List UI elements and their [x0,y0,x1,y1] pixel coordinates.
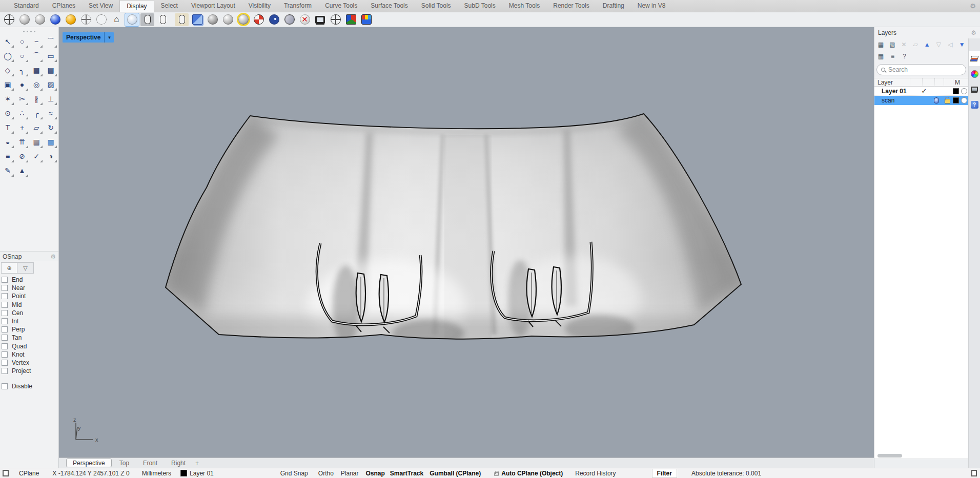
fillet-corner-tool[interactable]: ╮ [15,63,29,77]
surface-patch-tool[interactable]: ▤ [44,63,58,77]
hide-tool[interactable]: ⊘ [15,149,29,163]
wireframe-object-icon[interactable] [329,13,342,26]
menu-tab[interactable]: SubD Tools [458,0,502,12]
surface-edit-tool[interactable]: ▨ [44,77,58,92]
shaded-grid-display-icon[interactable] [17,13,31,26]
osnap-checkbox[interactable] [2,293,8,299]
osnap-checkbox[interactable] [2,302,8,308]
status-pane[interactable]: X -1784.124 Y 2457.101 Z 0 [52,470,129,477]
tab-display[interactable] [969,66,980,81]
revolve-tool[interactable]: ◎ [29,77,44,92]
osnap-checkbox[interactable] [2,326,8,332]
block-tool[interactable]: ▥ [44,135,58,149]
layer-color-swatch[interactable] [953,88,959,94]
osnap-option[interactable]: Quad [2,342,58,350]
tab-layers[interactable] [969,51,980,66]
status-tray-icon[interactable] [3,470,9,476]
osnap-option[interactable]: Project [2,367,58,375]
ghosted-display-icon[interactable] [79,13,93,26]
scan[interactable]: scan ✓ [874,96,968,105]
filter-layers-icon[interactable]: ▼ [956,39,967,50]
circle-tool[interactable]: ◯ [1,49,15,63]
status-pane[interactable]: SmartTrack [390,470,423,477]
screen-capture-icon[interactable] [313,13,327,26]
osnap-option[interactable]: Knot [2,350,58,359]
pyramid-tool[interactable]: ▲ [15,163,29,178]
layer-table-icon[interactable]: ▦ [875,51,886,61]
artistic-display-icon[interactable] [125,13,139,26]
new-sublayer-icon[interactable]: ▧ [887,39,898,50]
status-pane[interactable]: Planar [341,470,359,477]
osnap-checkbox[interactable] [2,285,8,291]
gumball-icon[interactable] [344,13,358,26]
solid-tools-flyout[interactable]: ◒ [1,135,15,149]
monochrome-display-icon[interactable] [221,13,235,26]
surface-from-points-tool[interactable]: ▦ [29,63,44,77]
remove-clipping-icon[interactable] [298,13,312,26]
menu-tab[interactable]: Mesh Tools [502,0,546,12]
display-mode-swap-icon[interactable] [190,13,204,26]
status-pane[interactable]: Ortho [318,470,334,477]
trim-tool[interactable]: ✂ [15,92,29,106]
status-pane[interactable]: Layer 01 [180,470,214,477]
menu-tab[interactable]: CPlanes [46,0,82,12]
capture-sphere-icon[interactable] [206,13,219,26]
viewport-tab[interactable]: + [193,459,201,467]
technical-display-icon[interactable] [110,13,124,26]
color-grid-icon[interactable] [359,13,373,26]
gear-icon[interactable]: ⚙ [50,253,56,260]
osnap-tab-icon[interactable]: ⊕ [2,263,17,273]
rectangle-tool[interactable]: ▭ [44,49,58,63]
viewport-tab[interactable]: Front [137,459,164,467]
layer-visibility-bulb-icon[interactable] [934,97,939,103]
menu-tab[interactable]: Set View [82,0,119,12]
viewport-tab[interactable]: Top [113,459,135,467]
status-pane[interactable]: Record History [575,470,616,477]
menu-tab[interactable]: Viewport Layout [185,0,242,12]
duplicate-layer-icon[interactable]: ▱ [910,39,921,50]
delete-layer-icon[interactable]: ✕ [899,39,909,50]
pen-display-icon[interactable] [140,13,154,26]
osnap-checkbox[interactable] [2,277,8,283]
polygon-tool[interactable]: ◇ [1,63,15,77]
shade-tool[interactable]: ◑ [44,149,58,163]
move-tool[interactable]: + [15,120,29,135]
fillet-curve-tool[interactable]: ╭ [29,106,44,120]
status-pane[interactable]: Absolute tolerance: 0.001 [691,470,761,477]
menu-tab[interactable]: Solid Tools [415,0,458,12]
spotlight-display-icon[interactable] [236,13,250,26]
join-tool[interactable]: ⊥ [44,92,58,106]
menu-tab[interactable]: Surface Tools [364,0,415,12]
menu-tab[interactable]: Curve Tools [318,0,364,12]
gear-icon[interactable]: ⚙ [970,2,976,10]
osnap-disable-option[interactable]: Disable [0,382,58,390]
explode-tool[interactable]: ✶ [1,92,15,106]
osnap-checkbox[interactable] [2,335,8,341]
osnap-checkbox[interactable] [2,351,8,358]
status-pane[interactable]: Grid Snap [280,470,308,477]
layer-unlocked-icon[interactable] [945,99,950,103]
viewport[interactable]: Perspective ▼ [59,27,874,458]
arc-tool[interactable]: ⌒ [29,49,44,63]
osnap-checkbox[interactable] [2,310,8,316]
clipping-plane-icon[interactable] [282,13,296,26]
tab-viewport-properties[interactable] [969,81,980,97]
osnap-checkbox[interactable] [2,360,8,366]
check-tool[interactable]: ✓ [29,149,44,163]
layer-help-icon[interactable]: ? [899,51,910,61]
osnap-option[interactable]: Int [2,317,58,325]
osnap-option[interactable]: Cen [2,309,58,317]
osnap-option[interactable]: Perp [2,325,58,334]
osnap-option[interactable]: End [2,276,58,284]
osnap-checkbox[interactable] [2,343,8,349]
status-pane[interactable]: Gumball (CPlane) [430,470,481,477]
status-pane[interactable]: Filter [652,469,677,478]
pen-white-display-icon[interactable] [156,13,170,26]
camera-icon[interactable] [267,13,281,26]
layer-menu-icon[interactable]: ≡ [887,51,898,61]
osnap-filter-tab-icon[interactable]: ▽ [17,263,33,273]
box-tool[interactable]: ▣ [1,77,15,92]
text-tool[interactable]: T [1,120,15,135]
status-pane[interactable]: CPlane [19,470,39,477]
raytraced-display-icon[interactable] [64,13,77,26]
